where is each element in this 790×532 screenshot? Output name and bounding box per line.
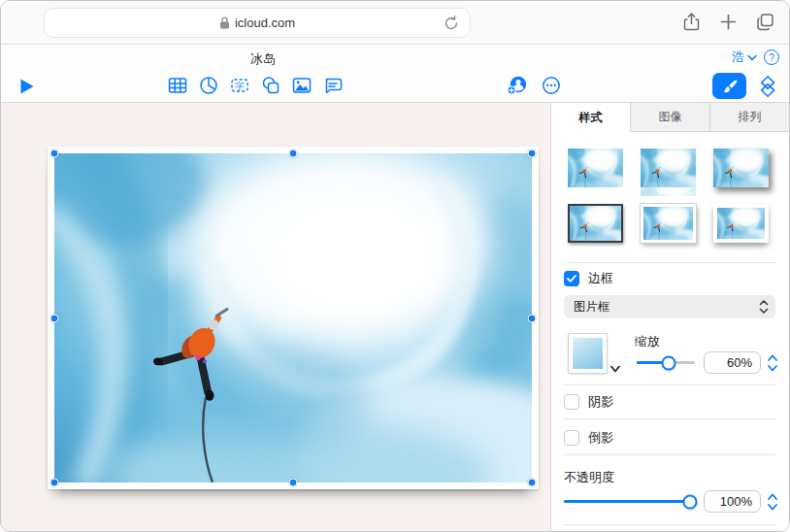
chart-icon[interactable] (198, 75, 219, 96)
app-window: icloud.com (0, 0, 790, 532)
frame-style-value: 图片框 (564, 299, 754, 316)
media-icon[interactable] (291, 75, 313, 96)
account-name: 浩 (732, 49, 744, 66)
border-checkbox[interactable] (564, 271, 579, 286)
resize-handle-e[interactable] (528, 314, 537, 322)
add-collaborator-icon[interactable] (507, 75, 528, 96)
frame-swatch[interactable] (568, 333, 608, 374)
format-inspector: 样式 图像 排列 (550, 103, 789, 531)
format-toolbar (712, 73, 780, 99)
image-style-grid (568, 149, 769, 243)
document-title: 冰岛 (1, 50, 525, 68)
tabs-overview-button[interactable] (755, 12, 775, 32)
lock-icon (219, 17, 230, 29)
format-paintbrush-button[interactable] (712, 73, 746, 99)
updown-chevrons-icon (754, 298, 774, 316)
scale-stepper[interactable] (767, 352, 778, 374)
shadow-checkbox[interactable] (564, 394, 579, 410)
style-thumb-white-frame[interactable] (641, 204, 696, 243)
more-icon[interactable] (541, 75, 562, 96)
ice-climber-photo (54, 153, 532, 482)
resize-handle-sw[interactable] (50, 479, 59, 487)
text-box-icon[interactable]: 字 (229, 75, 250, 96)
help-button[interactable]: ? (764, 50, 779, 65)
frame-style-dropdown[interactable]: 图片框 (564, 295, 775, 318)
text-box-glyph: 字 (235, 81, 245, 91)
reflection-label: 倒影 (588, 429, 613, 447)
border-row: 边框 (564, 270, 613, 287)
tab-arrange[interactable]: 排列 (710, 103, 789, 132)
table-icon[interactable] (167, 75, 188, 96)
play-button[interactable] (19, 78, 35, 95)
slide-canvas[interactable] (1, 103, 550, 531)
shadow-row: 阴影 (564, 393, 613, 411)
new-tab-button[interactable] (718, 12, 739, 32)
divider (564, 384, 775, 385)
inspector-tabs: 样式 图像 排列 (551, 103, 789, 132)
scale-label: 缩放 (635, 333, 660, 350)
divider (564, 418, 775, 419)
opacity-slider[interactable] (564, 500, 694, 503)
reflection-row: 倒影 (564, 429, 613, 447)
account-menu[interactable]: 浩 ? (732, 49, 779, 66)
opacity-label: 不透明度 (564, 469, 614, 486)
divider (564, 454, 775, 455)
address-bar[interactable]: icloud.com (44, 8, 471, 38)
url-text: icloud.com (235, 16, 295, 30)
style-thumb-reflection[interactable] (641, 149, 696, 187)
paintbrush-icon (721, 78, 739, 95)
selected-image[interactable] (48, 147, 539, 489)
collaboration-toolbar (507, 75, 562, 96)
scale-value-field[interactable]: 60% (704, 351, 761, 374)
divider (564, 262, 775, 263)
reflection-checkbox[interactable] (564, 430, 579, 446)
chevron-down-icon (747, 54, 757, 61)
opacity-slider-knob[interactable] (682, 494, 697, 509)
resize-handle-nw[interactable] (50, 150, 59, 158)
browser-toolbar: icloud.com (1, 1, 789, 45)
comment-icon[interactable] (322, 75, 344, 96)
check-icon (567, 275, 576, 283)
resize-handle-n[interactable] (289, 150, 298, 158)
scale-slider[interactable] (637, 361, 695, 364)
insert-toolbar: 字 (167, 75, 344, 96)
shadow-label: 阴影 (588, 393, 613, 411)
style-thumb-picture-frame[interactable] (713, 204, 769, 243)
opacity-stepper[interactable] (767, 491, 778, 513)
style-thumb-shadow[interactable] (713, 149, 769, 187)
swatch-chevron-icon[interactable] (610, 365, 620, 373)
share-button[interactable] (681, 12, 702, 32)
resize-handle-ne[interactable] (528, 150, 537, 158)
tab-image[interactable]: 图像 (631, 103, 710, 132)
border-label: 边框 (588, 270, 613, 287)
app-header: 冰岛 浩 ? (1, 45, 789, 103)
scale-slider-knob[interactable] (662, 355, 676, 370)
divider (564, 524, 775, 525)
frame-swatch-preview (573, 338, 603, 369)
style-thumb-plain[interactable] (568, 149, 623, 187)
resize-handle-s[interactable] (289, 479, 298, 487)
resize-handle-se[interactable] (528, 479, 537, 487)
opacity-value-field[interactable]: 100% (704, 490, 761, 513)
shapes-icon[interactable] (260, 75, 281, 96)
tab-style[interactable]: 样式 (551, 103, 631, 132)
style-thumb-dark-frame[interactable] (568, 204, 623, 243)
theme-icon[interactable] (755, 74, 780, 99)
reload-button[interactable] (442, 14, 461, 33)
resize-handle-w[interactable] (50, 314, 59, 322)
